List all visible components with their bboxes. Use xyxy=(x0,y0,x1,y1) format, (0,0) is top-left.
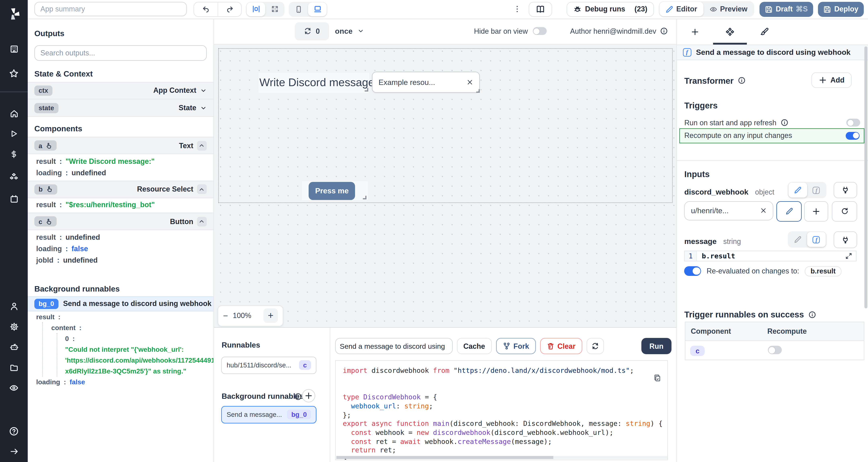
component-row-a[interactable]: a Text xyxy=(28,137,213,155)
text-component[interactable]: Write Discord message: xyxy=(259,73,369,93)
output-line[interactable]: result: xyxy=(36,311,213,322)
search-outputs-input[interactable]: Search outputs... xyxy=(34,45,207,61)
preview-tab[interactable]: Preview xyxy=(703,2,753,16)
clear-selection-icon[interactable] xyxy=(466,79,473,86)
tab-insert[interactable] xyxy=(677,19,712,44)
help-icon[interactable] xyxy=(0,421,28,441)
press-me-button[interactable]: Press me xyxy=(309,182,355,200)
row-recompute-toggle[interactable] xyxy=(768,346,782,354)
add-transformer-button[interactable]: Add xyxy=(811,72,852,88)
code-horizontal-scrollbar[interactable] xyxy=(336,456,668,459)
tab-settings[interactable] xyxy=(712,19,747,44)
output-line[interactable]: x6dRlyll2z1Be-3QC5m25'}" as string." xyxy=(65,366,213,376)
connect-input-button-2[interactable] xyxy=(833,231,857,248)
zoom-in-button[interactable]: + xyxy=(264,308,278,323)
collapse-button[interactable] xyxy=(197,217,207,226)
cache-button[interactable]: Cache xyxy=(457,338,492,354)
context-row-state[interactable]: state State xyxy=(28,99,213,117)
background-runnable-row[interactable]: bg_0 Send a message to discord using web… xyxy=(28,296,213,311)
redo-button[interactable] xyxy=(218,2,241,16)
folder-icon[interactable] xyxy=(0,357,28,378)
expand-editor-icon[interactable] xyxy=(845,251,852,261)
panel-scrollbar[interactable] xyxy=(864,19,867,462)
eye-icon[interactable] xyxy=(0,378,28,398)
mobile-view-button[interactable] xyxy=(289,2,308,16)
copy-icon[interactable] xyxy=(654,374,661,382)
resource-select-component[interactable]: Example resou... xyxy=(372,72,479,93)
app-summary-input[interactable]: App summary xyxy=(34,2,187,16)
deploy-button[interactable]: Deploy xyxy=(818,2,864,17)
editor-tab[interactable]: Editor xyxy=(659,2,703,16)
undo-button[interactable] xyxy=(194,2,218,16)
calendar-icon[interactable] xyxy=(0,189,28,209)
centered-layout-button[interactable] xyxy=(247,2,265,16)
eval-mode-button[interactable]: f xyxy=(807,183,826,198)
add-resource-button[interactable] xyxy=(804,201,829,222)
arrow-right-icon[interactable] xyxy=(0,441,28,461)
message-code-input[interactable]: 1 b.result xyxy=(684,251,857,262)
bg-runnable-item-selected[interactable]: Send a message... bg_0 xyxy=(221,406,316,423)
resize-handle[interactable] xyxy=(476,89,479,93)
building-icon[interactable] xyxy=(0,38,28,59)
resize-handle[interactable] xyxy=(365,88,368,92)
runnable-item[interactable]: hub/1511/discord/se... c xyxy=(221,357,316,374)
collapse-button[interactable] xyxy=(197,141,207,151)
static-mode-button[interactable] xyxy=(788,183,807,198)
recompute-toggle[interactable] xyxy=(846,132,860,139)
gear-icon[interactable] xyxy=(0,316,28,337)
output-line[interactable]: loading:false xyxy=(36,376,213,387)
script-name-input[interactable]: Send a message to discord using xyxy=(335,338,453,354)
clear-resource-icon[interactable] xyxy=(760,207,767,214)
schedule-dropdown[interactable]: once xyxy=(335,22,364,40)
run-button[interactable]: Run xyxy=(642,338,671,354)
reeval-target[interactable]: b.result xyxy=(805,266,842,276)
output-line[interactable]: jobId:undefined xyxy=(28,255,213,267)
output-line[interactable]: "Could not interpret "{'webhook_url': xyxy=(65,344,213,355)
run-on-start-toggle[interactable] xyxy=(846,119,860,127)
component-row-b[interactable]: b Resource Select xyxy=(28,180,213,198)
user-icon[interactable] xyxy=(0,296,28,316)
robot-icon[interactable] xyxy=(0,337,28,357)
edit-resource-button[interactable] xyxy=(777,201,802,222)
refresh-count-button[interactable]: 0 xyxy=(294,22,329,40)
output-line[interactable]: result:"Write Discord message:" xyxy=(28,156,213,167)
cubes-icon[interactable] xyxy=(0,167,28,187)
clear-button[interactable]: Clear xyxy=(540,338,582,354)
desktop-view-button[interactable] xyxy=(308,2,327,16)
resize-handle[interactable] xyxy=(363,196,367,199)
button-component-wrapper[interactable]: Press me xyxy=(302,181,368,200)
dollar-icon[interactable] xyxy=(0,144,28,164)
static-mode-button[interactable] xyxy=(788,232,807,247)
fullscreen-layout-button[interactable] xyxy=(265,2,284,16)
docs-button[interactable] xyxy=(528,2,552,17)
home-icon[interactable] xyxy=(0,103,28,124)
refresh-resource-button[interactable] xyxy=(832,201,857,222)
more-menu-button[interactable] xyxy=(513,5,521,13)
debug-runs-button[interactable]: Debug runs (23) xyxy=(566,2,654,17)
star-icon[interactable] xyxy=(0,63,28,84)
output-line[interactable]: content: xyxy=(51,322,213,333)
output-line[interactable]: loading:false xyxy=(28,243,213,255)
component-row-c[interactable]: c Button xyxy=(28,212,213,230)
windmill-logo[interactable] xyxy=(0,4,28,24)
resource-input[interactable]: u/henri/te... xyxy=(684,201,774,220)
hide-bar-toggle[interactable] xyxy=(533,27,547,35)
tab-styling[interactable] xyxy=(747,19,782,44)
fork-button[interactable]: Fork xyxy=(496,338,536,354)
context-row-ctx[interactable]: ctx App Context xyxy=(28,82,213,99)
collapse-button[interactable] xyxy=(197,185,207,194)
play-icon[interactable] xyxy=(0,124,28,144)
output-line[interactable]: result:undefined xyxy=(28,232,213,243)
eval-mode-button[interactable]: f xyxy=(807,232,826,247)
output-line[interactable]: 'https://discord.com/api/webhooks/117254… xyxy=(65,355,213,366)
refresh-code-button[interactable] xyxy=(586,338,604,354)
app-canvas[interactable]: Write Discord message: Example resou... … xyxy=(214,44,676,327)
reeval-toggle[interactable] xyxy=(684,266,701,276)
output-line[interactable]: loading:undefined xyxy=(28,167,213,179)
connect-input-button[interactable] xyxy=(833,182,857,198)
zoom-out-button[interactable]: − xyxy=(223,311,228,321)
output-line[interactable]: result:"$res:u/henri/testing_bot" xyxy=(28,200,213,211)
draft-button[interactable]: Draft⌘S xyxy=(760,2,813,17)
code-editor[interactable]: import discordwebhook from "https://deno… xyxy=(335,360,668,460)
output-line[interactable]: 0: xyxy=(65,333,213,344)
